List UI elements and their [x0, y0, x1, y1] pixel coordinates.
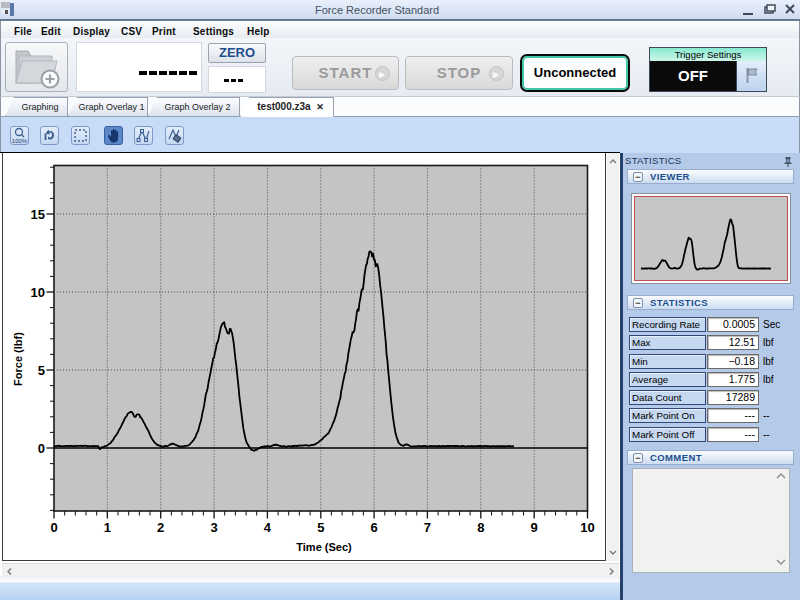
svg-text:15: 15: [31, 207, 45, 222]
svg-text:3: 3: [210, 520, 217, 535]
svg-text:5: 5: [38, 363, 45, 378]
svg-text:5: 5: [317, 520, 324, 535]
svg-text:Time (Sec): Time (Sec): [296, 541, 352, 553]
svg-text:7: 7: [424, 520, 431, 535]
svg-text:8: 8: [477, 520, 484, 535]
svg-text:9: 9: [531, 520, 538, 535]
svg-text:4: 4: [264, 520, 272, 535]
svg-text:10: 10: [580, 520, 594, 535]
svg-text:6: 6: [370, 520, 377, 535]
svg-text:2: 2: [157, 520, 164, 535]
svg-text:0: 0: [50, 520, 57, 535]
svg-text:10: 10: [31, 285, 45, 300]
svg-text:1: 1: [104, 520, 111, 535]
svg-text:0: 0: [38, 441, 45, 456]
svg-text:100%: 100%: [12, 138, 28, 144]
svg-text:Force (lbf): Force (lbf): [12, 332, 24, 386]
